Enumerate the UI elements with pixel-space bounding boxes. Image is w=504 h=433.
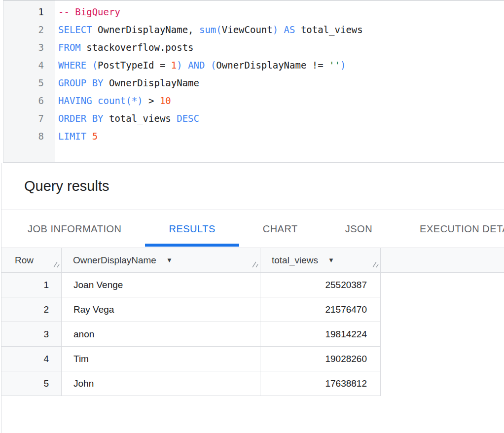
code-token: GROUP BY	[58, 77, 104, 88]
row-number-cell: 4	[1, 347, 62, 371]
line-number: 4	[3, 56, 44, 74]
code-line: FROM stackoverflow.posts	[58, 38, 504, 56]
code-line: WHERE (PostTypeId = 1) AND (OwnerDisplay…	[58, 56, 504, 74]
code-token: total_views	[295, 24, 362, 35]
column-resize-handle[interactable]	[371, 260, 379, 271]
line-number: 2	[3, 21, 44, 38]
code-token: ViewCount	[222, 24, 273, 35]
code-token: ) AND (	[177, 60, 216, 71]
line-number: 3	[3, 38, 44, 56]
code-token: 5	[92, 131, 98, 142]
code-token: PostTypeId =	[98, 60, 171, 71]
total-views-cell: 19814224	[260, 322, 381, 347]
results-table-body: 1Joan Venge255203872Ray Vega215764703ano…	[1, 273, 504, 396]
code-token: )	[340, 60, 346, 71]
code-token: ) AS	[273, 24, 295, 35]
column-resize-handle[interactable]	[251, 260, 258, 271]
column-menu-dropdown-icon[interactable]: ▼	[328, 256, 334, 264]
row-number-cell: 5	[1, 371, 62, 396]
table-row: 2Ray Vega21576470	[1, 297, 504, 322]
results-table-header: Row OwnerDisplayName ▼ total_views ▼	[1, 248, 504, 273]
code-token: ORDER BY	[58, 113, 104, 124]
table-row: 4Tim19028260	[1, 347, 504, 371]
row-number-cell: 3	[1, 322, 62, 347]
code-token: 10	[160, 95, 171, 106]
column-header-filler	[381, 248, 504, 272]
filler-cell	[381, 347, 504, 371]
results-tabbar: JOB INFORMATIONRESULTSCHARTJSONEXECUTION…	[1, 210, 504, 248]
total-views-cell: 21576470	[260, 297, 381, 322]
column-header-total-views: total_views ▼	[260, 248, 381, 272]
code-token: OwnerDisplayName !=	[216, 60, 329, 71]
code-token: >	[143, 95, 160, 106]
code-token: OwnerDisplayName,	[92, 24, 199, 35]
tab-results[interactable]: RESULTS	[145, 210, 239, 248]
query-results-panel: Query results JOB INFORMATIONRESULTSCHAR…	[1, 163, 504, 433]
code-token: DESC	[177, 113, 199, 124]
filler-cell	[381, 322, 504, 347]
code-token: -- BigQuery	[58, 6, 120, 17]
owner-display-name-cell: Ray Vega	[62, 297, 260, 322]
column-header-label: Row	[15, 255, 34, 266]
sql-code-editor[interactable]: -- BigQuerySELECT OwnerDisplayName, sum(…	[55, 0, 504, 162]
total-views-cell: 25520387	[260, 273, 381, 297]
code-token: ''	[329, 60, 340, 71]
total-views-cell: 17638812	[260, 371, 381, 396]
filler-cell	[381, 273, 504, 297]
page-title: Query results	[24, 178, 109, 194]
query-results-header: Query results	[1, 163, 504, 210]
tab-json[interactable]: JSON	[322, 210, 396, 248]
tab-chart[interactable]: CHART	[239, 210, 322, 248]
line-number: 6	[3, 92, 44, 109]
filler-cell	[381, 371, 504, 396]
code-token: LIMIT	[58, 131, 92, 142]
table-row: 1Joan Venge25520387	[1, 273, 504, 297]
column-resize-handle[interactable]	[52, 260, 60, 271]
tab-execution-details[interactable]: EXECUTION DETAILS	[396, 210, 504, 248]
code-token: stackoverflow.posts	[81, 42, 194, 53]
column-menu-dropdown-icon[interactable]: ▼	[166, 256, 173, 264]
table-row: 3anon19814224	[1, 322, 504, 347]
code-token: sum(	[199, 24, 222, 35]
column-header-ownerdisplayname: OwnerDisplayName ▼	[62, 248, 260, 272]
code-line: SELECT OwnerDisplayName, sum(ViewCount) …	[58, 21, 504, 38]
code-line: -- BigQuery	[58, 3, 504, 21]
total-views-cell: 19028260	[260, 347, 381, 371]
line-number: 5	[3, 74, 44, 92]
code-token: 1	[171, 60, 177, 71]
line-number: 7	[3, 109, 44, 127]
column-header-label: OwnerDisplayName	[73, 255, 156, 266]
filler-cell	[381, 297, 504, 322]
code-line: ORDER BY total_views DESC	[58, 109, 504, 127]
code-token: total_views	[104, 113, 177, 124]
code-token: HAVING count(*)	[58, 95, 143, 106]
code-line: LIMIT 5	[58, 127, 504, 145]
line-number: 8	[3, 127, 44, 145]
code-token: WHERE (	[58, 60, 98, 71]
sql-editor-panel: 12345678 -- BigQuerySELECT OwnerDisplayN…	[3, 0, 504, 163]
code-token: OwnerDisplayName	[104, 77, 199, 88]
row-number-cell: 2	[1, 297, 62, 322]
column-header-row: Row	[1, 248, 62, 272]
code-line: GROUP BY OwnerDisplayName	[58, 74, 504, 92]
code-token: SELECT	[58, 24, 92, 35]
code-token: FROM	[58, 42, 81, 53]
code-line: HAVING count(*) > 10	[58, 92, 504, 109]
line-number: 1	[3, 3, 44, 21]
owner-display-name-cell: anon	[62, 322, 260, 347]
owner-display-name-cell: John	[62, 371, 260, 396]
owner-display-name-cell: Tim	[62, 347, 260, 371]
tab-job-information[interactable]: JOB INFORMATION	[4, 210, 145, 248]
row-number-cell: 1	[1, 273, 62, 297]
table-row: 5John17638812	[1, 371, 504, 396]
line-number-gutter: 12345678	[3, 0, 55, 162]
column-header-label: total_views	[272, 255, 318, 266]
owner-display-name-cell: Joan Venge	[62, 273, 260, 297]
